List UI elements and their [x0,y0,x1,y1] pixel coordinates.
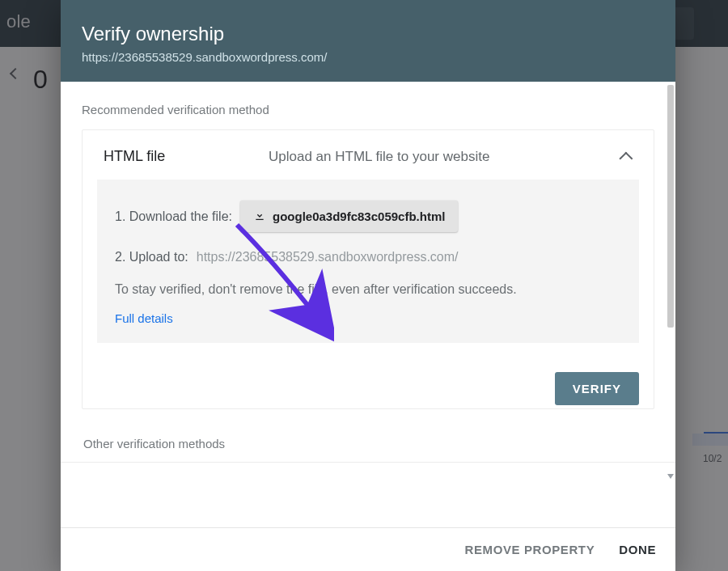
remove-property-button[interactable]: REMOVE PROPERTY [465,543,595,556]
method-description: Upload an HTML file to your website [269,149,603,165]
download-file-button[interactable]: google0a3d9fc83c059cfb.html [240,201,458,232]
divider [61,462,675,463]
html-file-method-card: HTML file Upload an HTML file to your we… [82,129,654,409]
dialog-title: Verify ownership [82,23,654,45]
download-file-name: google0a3d9fc83c059cfb.html [273,209,445,223]
dialog-footer: REMOVE PROPERTY DONE [61,527,675,571]
scrollbar-thumb[interactable] [667,85,674,328]
recommended-method-label: Recommended verification method [82,103,654,116]
verify-button[interactable]: VERIFY [555,372,639,405]
done-button[interactable]: DONE [619,543,656,556]
other-methods-label: Other verification methods [83,437,653,450]
chevron-up-icon [619,151,633,165]
step-1-label: 1. Download the file: [115,209,232,224]
step-2-upload-url: https://23685538529.sandboxwordpress.com… [197,250,459,264]
dialog-header: Verify ownership https://23685538529.san… [61,0,675,82]
step-2: 2. Upload to: https://23685538529.sandbo… [115,250,621,264]
step-1: 1. Download the file: google0a3d9fc83c05… [115,201,621,232]
full-details-link[interactable]: Full details [115,311,621,325]
dialog-body: Recommended verification method HTML fil… [61,82,675,527]
verification-note: To stay verified, don't remove the file,… [115,282,621,297]
scrollbar-down-arrow-icon[interactable] [667,474,674,479]
verify-ownership-dialog: Verify ownership https://23685538529.san… [61,0,675,571]
method-expand-header[interactable]: HTML file Upload an HTML file to your we… [83,130,654,180]
step-2-label: 2. Upload to: [115,250,188,264]
method-name: HTML file [104,148,249,165]
dialog-property-url: https://23685538529.sandboxwordpress.com… [82,50,654,64]
download-icon [253,209,266,224]
method-instructions: 1. Download the file: google0a3d9fc83c05… [97,180,639,343]
